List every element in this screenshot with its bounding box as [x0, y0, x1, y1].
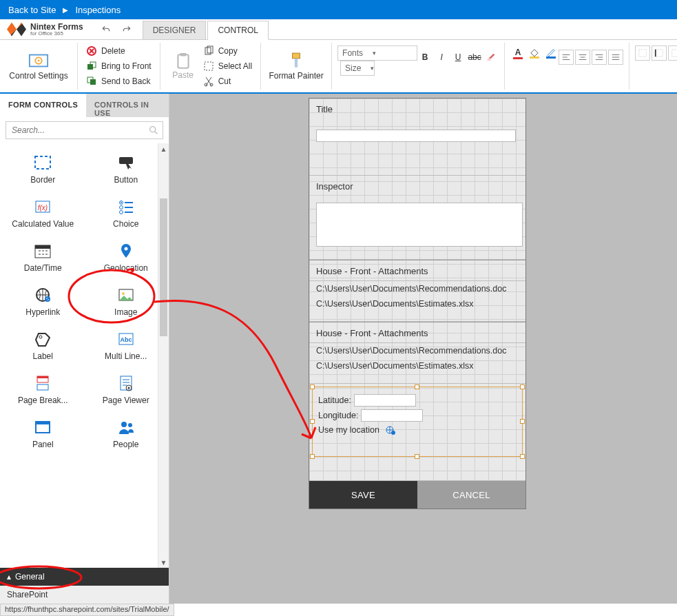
svg-point-42 — [119, 211, 123, 214]
resize-handle[interactable] — [415, 384, 419, 389]
latitude-input[interactable] — [354, 394, 416, 407]
resize-handle[interactable] — [520, 419, 525, 424]
control-settings-button[interactable]: Control Settings — [6, 43, 72, 90]
breadcrumb-separator-icon: ▶ — [63, 6, 68, 14]
accordion-sharepoint[interactable]: SharePoint — [0, 586, 169, 604]
nintex-logo-icon — [7, 23, 26, 37]
back-to-site-link[interactable]: Back to Site — [8, 5, 56, 15]
tab-form-controls[interactable]: FORM CONTROLS — [0, 94, 86, 117]
align-justify-button[interactable] — [608, 50, 623, 65]
align-center-button[interactable] — [575, 50, 590, 65]
svg-rect-20 — [672, 50, 677, 57]
control-image[interactable]: Image — [85, 280, 168, 324]
attachments-label-1: House - Front - Attachments — [309, 260, 525, 280]
select-all-button[interactable]: Select All — [200, 60, 255, 72]
tab-control[interactable]: CONTROL — [207, 21, 269, 40]
font-family-select[interactable]: Fonts▾ — [337, 45, 417, 61]
paste-label: Paste — [172, 70, 194, 80]
scroll-down-icon[interactable]: ▼ — [158, 557, 169, 568]
control-multiline[interactable]: AbcMulti Line... — [85, 324, 168, 368]
control-datetime[interactable]: Date/Time — [1, 236, 85, 280]
align-right-button[interactable] — [592, 50, 607, 65]
attachment-file[interactable]: C:\Users\User\Documents\Estimates.xlsx — [309, 358, 525, 373]
scroll-up-icon[interactable]: ▲ — [158, 143, 169, 154]
resize-handle[interactable] — [520, 384, 525, 389]
latitude-label: Latitude: — [318, 396, 351, 405]
svg-rect-60 — [36, 422, 50, 424]
title-input[interactable] — [316, 130, 516, 142]
svg-rect-18 — [639, 50, 647, 57]
font-size-select[interactable]: Size▾ — [340, 61, 375, 76]
control-page-viewer[interactable]: Page Viewer — [85, 368, 168, 412]
save-button[interactable]: SAVE — [309, 481, 417, 509]
longitude-input[interactable] — [361, 409, 423, 422]
clear-formatting-button[interactable] — [483, 50, 499, 65]
svg-rect-16 — [295, 59, 298, 68]
inspector-input[interactable] — [316, 203, 523, 247]
svg-rect-35 — [35, 156, 50, 169]
breadcrumb[interactable]: Inspections — [75, 5, 121, 15]
svg-point-14 — [210, 83, 213, 86]
border-right-button[interactable] — [668, 45, 677, 61]
fill-color-button[interactable] — [527, 45, 542, 61]
attachment-file[interactable]: C:\Users\User\Documents\Estimates.xlsx — [309, 296, 525, 311]
control-label[interactable]: Label — [1, 324, 85, 368]
delete-button[interactable]: Delete — [83, 45, 154, 57]
resize-handle[interactable] — [415, 454, 419, 459]
border-left-button[interactable] — [652, 45, 667, 61]
attachment-file[interactable]: C:\Users\User\Documents\Recommendations.… — [309, 281, 525, 296]
send-to-back-button[interactable]: Send to Back — [83, 75, 154, 88]
underline-button[interactable]: U — [450, 50, 466, 65]
control-page-break[interactable]: Page Break... — [1, 368, 85, 412]
svg-text:Abc: Abc — [120, 336, 132, 343]
svg-rect-17 — [488, 59, 491, 61]
use-my-location-link[interactable]: Use my location — [318, 425, 379, 435]
border-color-button[interactable] — [543, 45, 559, 61]
svg-point-47 — [45, 296, 50, 302]
redo-button[interactable] — [119, 22, 134, 37]
font-color-button[interactable]: A — [510, 45, 525, 61]
svg-rect-36 — [119, 157, 133, 164]
format-painter-button[interactable]: Format Painter — [267, 43, 326, 90]
control-people[interactable]: People — [85, 412, 168, 456]
attachments-label-2: House - Front - Attachments — [309, 322, 525, 342]
geolocation-control-selected[interactable]: Latitude: Longitude: Use my location — [312, 387, 523, 457]
control-panel[interactable]: Panel — [1, 412, 85, 456]
align-left-button[interactable] — [559, 50, 574, 65]
copy-button[interactable]: Copy — [200, 45, 255, 57]
controls-scrollbar[interactable]: ▲ ▼ — [158, 143, 169, 568]
svg-point-2 — [38, 60, 40, 62]
tab-designer[interactable]: DESIGNER — [143, 21, 207, 39]
accordion-general[interactable]: ▴General — [0, 568, 169, 586]
paste-button: Paste — [166, 43, 200, 90]
globe-location-icon — [385, 424, 396, 435]
control-choice[interactable]: Choice — [85, 192, 168, 236]
bring-to-front-button[interactable]: Bring to Front — [83, 60, 154, 72]
tab-controls-in-use[interactable]: CONTROLS IN USE — [86, 94, 169, 117]
control-settings-label: Control Settings — [9, 71, 67, 81]
search-input[interactable] — [6, 121, 163, 139]
border-none-button[interactable] — [635, 45, 650, 61]
control-calculated-value[interactable]: f(x)Calculated Value — [1, 192, 85, 236]
resize-handle[interactable] — [520, 454, 525, 459]
control-hyperlink[interactable]: Hyperlink — [1, 280, 85, 324]
resize-handle[interactable] — [310, 384, 315, 389]
italic-button[interactable]: I — [434, 50, 449, 65]
cancel-button[interactable]: CANCEL — [417, 481, 525, 509]
brand-name: Nintex Forms — [30, 23, 83, 31]
control-button[interactable]: Button — [85, 147, 168, 192]
svg-point-40 — [121, 202, 122, 203]
strikethrough-button[interactable]: abc — [467, 50, 482, 65]
attachment-file[interactable]: C:\Users\User\Documents\Recommendations.… — [309, 343, 525, 358]
bold-button[interactable]: B — [417, 50, 433, 65]
control-geolocation[interactable]: Geolocation — [85, 236, 168, 280]
resize-handle[interactable] — [310, 419, 315, 424]
control-border[interactable]: Border — [1, 147, 85, 192]
svg-point-45 — [124, 247, 127, 251]
scroll-thumb[interactable] — [160, 198, 167, 336]
cut-button[interactable]: Cut — [200, 75, 255, 88]
undo-button[interactable] — [98, 22, 114, 37]
resize-handle[interactable] — [310, 454, 315, 459]
svg-point-50 — [39, 336, 42, 338]
design-canvas[interactable]: Title Inspector House - Front - Attachme… — [169, 94, 677, 604]
